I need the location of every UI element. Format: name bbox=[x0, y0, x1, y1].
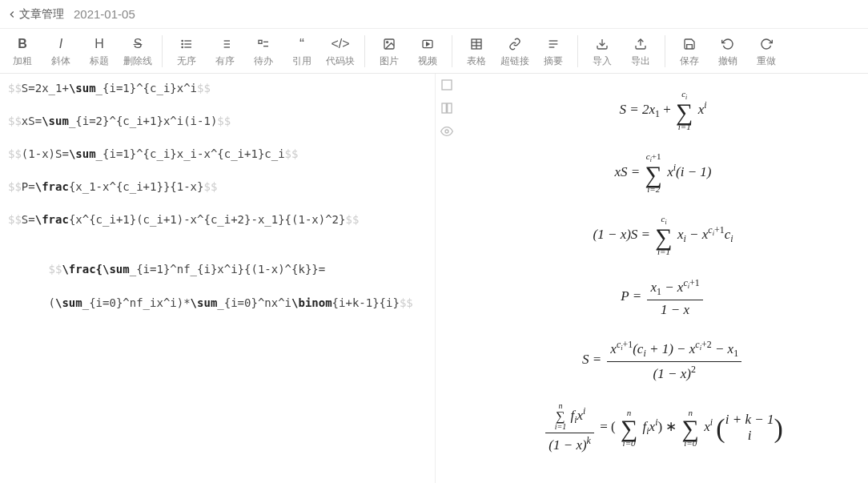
document-title-input[interactable] bbox=[70, 6, 231, 22]
equation-1: S = 2x1 + ci∑i=1 xi bbox=[466, 90, 860, 131]
separator bbox=[577, 35, 578, 67]
ul-icon bbox=[180, 35, 193, 53]
layout-split-icon[interactable] bbox=[440, 102, 453, 117]
redo-icon bbox=[760, 35, 773, 53]
editor-line[interactable]: $$S=2x_1+\sum_{i=1}^{c_i}x^i$$ bbox=[8, 80, 427, 97]
svg-point-3 bbox=[182, 40, 183, 41]
svg-point-5 bbox=[182, 46, 183, 47]
export-icon bbox=[634, 35, 647, 53]
save-button[interactable]: 保存 bbox=[670, 32, 709, 71]
svg-point-4 bbox=[182, 43, 183, 44]
preview-pane: S = 2x1 + ci∑i=1 xi xS = ci+1∑i=2 xi(i −… bbox=[458, 74, 868, 483]
strike-icon: S bbox=[134, 35, 143, 53]
layout-single-icon[interactable] bbox=[440, 78, 453, 94]
editor-line[interactable]: $$xS=\sum_{i=2}^{c_i+1}x^i(i-1)$$ bbox=[8, 113, 427, 130]
editor-line[interactable]: $$(1-x)S=\sum_{i=1}^{c_i}x_i-x^{c_i+1}c_… bbox=[8, 146, 427, 163]
editor-line[interactable]: $$S=\frac{x^{c_i+1}(c_i+1)-x^{c_i+2}-x_1… bbox=[8, 211, 427, 228]
separator bbox=[452, 35, 452, 67]
italic-icon: I bbox=[59, 35, 62, 53]
heading-button[interactable]: H标题 bbox=[80, 32, 119, 71]
link-icon bbox=[508, 35, 521, 53]
undo-button[interactable]: 撤销 bbox=[709, 32, 747, 71]
toolbar: B加粗 I斜体 H标题 S删除线 无序 有序 待办 “引用 </>代码块 图片 … bbox=[0, 29, 868, 74]
svg-rect-25 bbox=[442, 80, 452, 90]
editor-pane[interactable]: $$S=2x_1+\sum_{i=1}^{c_i}x^i$$$$xS=\sum_… bbox=[0, 74, 436, 483]
separator bbox=[665, 35, 665, 67]
back-button[interactable]: 文章管理 bbox=[6, 7, 64, 22]
equation-5: S = xci+1(ci + 1) − xci+2 − x1(1 − x)2 bbox=[466, 339, 860, 382]
equation-3: (1 − x)S = ci∑i=1 xi − xci+1ci bbox=[466, 215, 860, 256]
svg-marker-15 bbox=[427, 42, 429, 46]
image-icon bbox=[383, 35, 396, 53]
bold-icon: B bbox=[18, 35, 27, 53]
table-icon bbox=[470, 35, 483, 53]
back-label: 文章管理 bbox=[19, 7, 64, 22]
save-icon bbox=[683, 35, 696, 53]
video-icon bbox=[421, 35, 434, 53]
svg-rect-9 bbox=[259, 40, 262, 43]
chevron-left-icon bbox=[6, 9, 18, 20]
preview-icon[interactable] bbox=[440, 125, 453, 140]
video-button[interactable]: 视频 bbox=[408, 32, 447, 71]
ol-button[interactable]: 有序 bbox=[206, 32, 244, 71]
redo-button[interactable]: 重做 bbox=[747, 32, 786, 71]
import-button[interactable]: 导入 bbox=[583, 32, 621, 71]
equation-4: P = x1 − xci+11 − x bbox=[466, 277, 860, 318]
editor-line[interactable]: $$\frac{\sum_{i=1}^nf_{i}x^i}{(1-x)^{k}}… bbox=[8, 244, 427, 328]
todo-button[interactable]: 待办 bbox=[244, 32, 283, 71]
svg-point-28 bbox=[445, 130, 448, 133]
ol-icon bbox=[219, 35, 231, 53]
separator bbox=[162, 35, 163, 67]
image-button[interactable]: 图片 bbox=[370, 32, 408, 71]
table-button[interactable]: 表格 bbox=[457, 32, 496, 71]
summary-button[interactable]: 摘要 bbox=[534, 32, 573, 71]
heading-icon: H bbox=[94, 35, 104, 53]
bold-button[interactable]: B加粗 bbox=[3, 32, 42, 71]
strike-button[interactable]: S删除线 bbox=[119, 32, 157, 71]
svg-point-13 bbox=[387, 42, 388, 43]
export-button[interactable]: 导出 bbox=[621, 32, 660, 71]
import-icon bbox=[596, 35, 609, 53]
undo-icon bbox=[721, 35, 734, 53]
quote-icon: “ bbox=[299, 35, 304, 53]
code-button[interactable]: </>代码块 bbox=[321, 32, 360, 71]
ul-button[interactable]: 无序 bbox=[167, 32, 206, 71]
quote-button[interactable]: “引用 bbox=[283, 32, 321, 71]
italic-button[interactable]: I斜体 bbox=[42, 32, 80, 71]
code-icon: </> bbox=[331, 35, 349, 53]
editor-line[interactable]: $$P=\frac{x_1-x^{c_i+1}}{1-x}$$ bbox=[8, 179, 427, 195]
summary-icon bbox=[547, 35, 560, 53]
view-controls bbox=[436, 74, 458, 483]
equation-6: n∑i=1 fixi(1 − x)k = ( n∑i=0 fixi) ∗ n∑i… bbox=[466, 402, 860, 453]
link-button[interactable]: 超链接 bbox=[496, 32, 534, 71]
equation-2: xS = ci+1∑i=2 xi(i − 1) bbox=[466, 152, 860, 194]
svg-rect-27 bbox=[448, 103, 452, 113]
separator bbox=[364, 35, 365, 67]
todo-icon bbox=[257, 35, 270, 53]
svg-rect-26 bbox=[442, 103, 446, 113]
